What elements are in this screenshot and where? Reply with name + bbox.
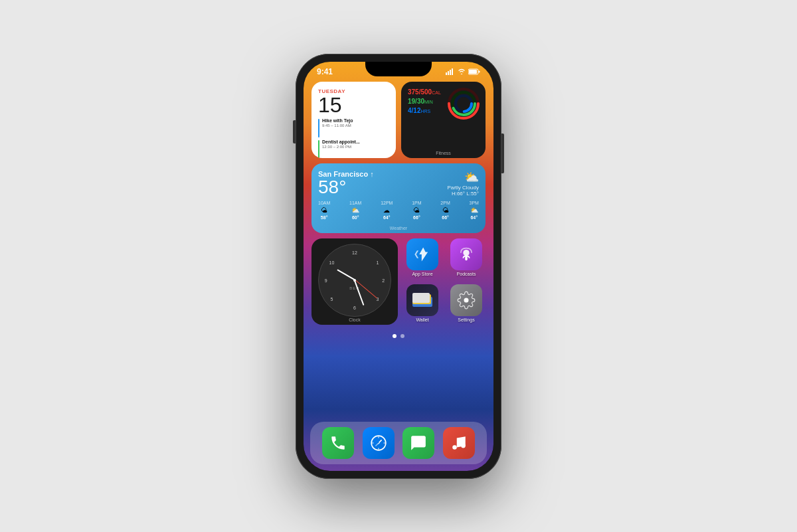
fitness-widget-label: Fitness [401,151,486,155]
widgets-area: TUESDAY 15 Hike with Tejo 9:45 – 11:00 A… [304,79,493,422]
dock-phone-icon[interactable] [322,427,354,459]
settings-svg [457,291,476,310]
event1-time: 9:45 – 11:00 AM [322,124,353,128]
app-wallet-wrapper: Wallet [403,284,442,325]
app-podcasts-wrapper: Podcasts [447,238,486,279]
apps-row: 12 1 2 3 6 5 9 10 BER [311,238,486,325]
svg-rect-17 [412,293,430,303]
clock-num-1: 1 [377,260,379,264]
signal-icon [446,68,455,75]
clock-num-6: 6 [353,305,356,310]
weather-temp: 58° [318,178,374,197]
dock-messages-icon[interactable] [402,427,434,459]
weather-left: San Francisco ↑ 58° [318,170,374,197]
svg-point-24 [452,445,457,450]
weather-hour-3: 1PM 🌤 66° [412,201,421,220]
phone-screen: 9:41 [304,62,493,471]
event1-text: Hike with Tejo 9:45 – 11:00 AM [322,118,353,128]
svg-marker-19 [377,441,380,444]
music-icon [450,434,468,452]
app-wallet-icon[interactable] [406,284,438,316]
svg-point-13 [463,250,469,256]
page-dot-2[interactable] [400,334,404,338]
calendar-widget[interactable]: TUESDAY 15 Hike with Tejo 9:45 – 11:00 A… [311,82,396,158]
app-appstore-wrapper: App Store [403,238,442,279]
notch [365,62,432,76]
appstore-svg [413,245,432,264]
svg-rect-0 [446,72,447,75]
clock-face: 12 1 2 3 6 5 9 10 BER [318,244,391,317]
event1-line [318,119,319,137]
weather-hourly: 10AM 🌤 58° 11AM ⛅ 60° 12PM ☁ 64° [318,201,479,220]
app-podcasts-icon[interactable] [450,238,482,270]
svg-rect-6 [469,70,477,74]
weather-hour-2: 12PM ☁ 64° [381,201,393,220]
svg-rect-14 [465,256,468,260]
app-settings-label: Settings [458,317,474,322]
status-icons [446,68,480,75]
widget-row-1: TUESDAY 15 Hike with Tejo 9:45 – 11:00 A… [311,82,486,158]
clock-center-dot [353,279,356,282]
clock-num-9: 9 [325,278,327,282]
clock-num-9-label: 5 [330,296,333,301]
weather-top: San Francisco ↑ 58° ⛅ Partly Cloudy H:66… [318,170,479,197]
clock-num-10: 10 [329,260,335,264]
fitness-rings-svg [447,87,480,120]
clock-widget-label: Clock [349,317,361,322]
weather-hour-4: 2PM 🌤 66° [440,201,450,220]
svg-rect-3 [452,68,453,75]
app-settings-icon[interactable] [450,284,482,316]
screen-content: 9:41 [304,62,493,471]
podcasts-svg [457,245,476,264]
phone-icon [329,434,347,452]
event1-title: Hike with Tejo [322,118,353,124]
weather-high: H:66° L:55° [447,191,479,197]
app-appstore-label: App Store [412,272,432,276]
app-wallet-label: Wallet [416,317,428,322]
svg-rect-2 [450,70,451,75]
weather-right: ⛅ Partly Cloudy H:66° L:55° [447,170,479,197]
calendar-widget-label: Calendar [311,151,396,155]
weather-widget-label: Weather [311,226,486,230]
clock-num-12: 12 [352,250,357,255]
messages-icon [410,434,427,452]
phone-device: 9:41 [296,54,501,479]
weather-hour-5: 3PM ⛅ 64° [470,201,479,220]
svg-rect-1 [448,71,449,75]
page-dot-1[interactable] [393,334,397,338]
wallet-svg [412,293,433,308]
dock [310,422,487,464]
weather-condition: Partly Cloudy [447,185,479,191]
fitness-widget[interactable]: 375/500CAL 19/30MIN 4/12HRS Fitness [401,82,486,158]
status-time: 9:41 [317,67,333,76]
clock-hour-hand [337,270,355,281]
dock-safari-icon[interactable] [363,427,395,459]
dock-music-icon[interactable] [443,427,475,459]
app-podcasts-label: Podcasts [457,272,476,276]
clock-widget[interactable]: 12 1 2 3 6 5 9 10 BER [311,238,398,325]
clock-num-2: 2 [382,278,385,282]
wifi-icon [458,68,466,75]
svg-rect-5 [479,70,480,72]
event2-title: Dentist appoint... [322,139,360,145]
app-settings-wrapper: Settings [447,284,486,325]
calendar-event-1: Hike with Tejo 9:45 – 11:00 AM [318,118,389,137]
event2-time: 12:30 – 2:00 PM [322,145,360,149]
weather-hour-0: 10AM 🌤 58° [318,201,330,220]
app-appstore-icon[interactable] [406,238,438,270]
weather-hour-1: 11AM ⛅ 60° [349,201,361,220]
calendar-date: 15 [318,94,389,116]
svg-point-25 [461,444,466,448]
page-indicator [311,330,486,341]
battery-icon [468,68,480,75]
event2-text: Dentist appoint... 12:30 – 2:00 PM [322,139,360,149]
safari-icon [370,434,387,452]
weather-widget[interactable]: San Francisco ↑ 58° ⛅ Partly Cloudy H:66… [311,163,486,233]
app-icons-grid: App Store [403,238,486,325]
